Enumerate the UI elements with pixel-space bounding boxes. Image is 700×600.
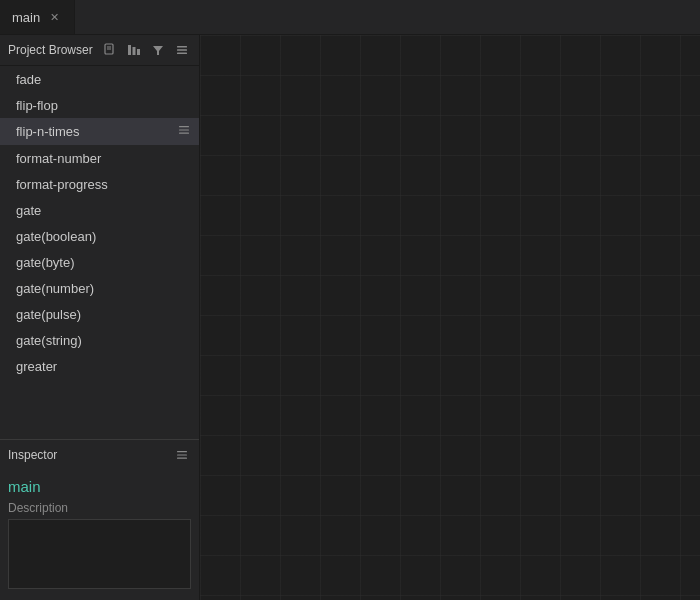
main-layout: Project Browser <box>0 35 700 600</box>
header-icons <box>101 41 191 59</box>
svg-rect-10 <box>179 126 189 127</box>
svg-rect-5 <box>137 49 140 55</box>
sort-icon[interactable] <box>125 41 143 59</box>
project-browser-title: Project Browser <box>8 43 93 57</box>
list-item[interactable]: flip-flop <box>0 92 199 118</box>
sidebar: Project Browser <box>0 35 200 600</box>
list-item[interactable]: gate(pulse) <box>0 301 199 327</box>
svg-rect-11 <box>179 129 189 130</box>
tab-label: main <box>12 10 40 25</box>
item-list: fade flip-flop flip-n-times format-numbe… <box>0 66 199 439</box>
svg-rect-9 <box>177 53 187 55</box>
inspector-content: main Description <box>0 470 199 600</box>
list-item[interactable]: gate(boolean) <box>0 223 199 249</box>
list-item[interactable]: gate(byte) <box>0 249 199 275</box>
new-file-icon[interactable] <box>101 41 119 59</box>
svg-rect-13 <box>177 451 187 452</box>
svg-rect-7 <box>177 46 187 48</box>
svg-rect-8 <box>177 49 187 51</box>
canvas-area[interactable] <box>200 35 700 600</box>
inspector-menu-icon[interactable] <box>173 446 191 464</box>
svg-marker-6 <box>153 46 163 55</box>
list-item-active[interactable]: flip-n-times <box>0 118 199 145</box>
filter-icon[interactable] <box>149 41 167 59</box>
list-item[interactable]: gate <box>0 197 199 223</box>
tab-main[interactable]: main ✕ <box>0 0 75 34</box>
tab-bar: main ✕ <box>0 0 700 35</box>
inspector-description-label: Description <box>8 501 191 515</box>
svg-rect-12 <box>179 133 189 134</box>
svg-rect-3 <box>128 45 131 55</box>
list-item[interactable]: fade <box>0 66 199 92</box>
inspector-title: Inspector <box>8 448 57 462</box>
inspector-header: Inspector <box>0 440 199 470</box>
tab-close-button[interactable]: ✕ <box>46 9 62 25</box>
description-textarea[interactable] <box>8 519 191 589</box>
list-item[interactable]: format-number <box>0 145 199 171</box>
inspector-component-name: main <box>8 478 191 495</box>
project-browser-header: Project Browser <box>0 35 199 66</box>
item-menu-icon[interactable] <box>177 123 191 140</box>
inspector-section: Inspector main Description <box>0 439 199 600</box>
svg-rect-14 <box>177 454 187 455</box>
list-item[interactable]: gate(string) <box>0 327 199 353</box>
svg-rect-15 <box>177 458 187 459</box>
list-item[interactable]: greater <box>0 353 199 379</box>
menu-icon[interactable] <box>173 41 191 59</box>
list-item[interactable]: gate(number) <box>0 275 199 301</box>
list-item[interactable]: format-progress <box>0 171 199 197</box>
svg-rect-4 <box>133 47 136 55</box>
